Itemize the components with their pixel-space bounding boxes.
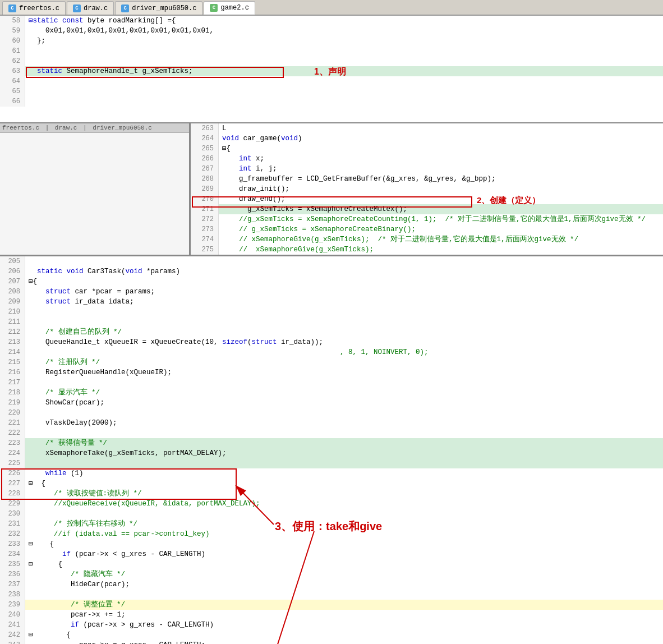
- left-pane-code: [0, 133, 189, 145]
- s3-line-231: 231 /* 控制汽车往右移动 */: [0, 519, 663, 529]
- s3-line-213: 213 QueueHandle_t xQueueIR = xQueueCreat…: [0, 337, 663, 347]
- s3-line-207: 207 ⊟{: [0, 277, 663, 287]
- tab-freertos[interactable]: C freertos.c: [2, 1, 66, 15]
- s3-line-242: 242 ⊟ {: [0, 630, 663, 640]
- s3-line-240: 240 pcar->x += 1;: [0, 610, 663, 620]
- s3-line-230: 230: [0, 509, 663, 519]
- s3-line-229: 229 //xQueueReceive(xQueueIR, &idata, po…: [0, 499, 663, 509]
- s3-line-219: 219 ShowCar(pcar);: [0, 398, 663, 408]
- s3-line-221: 221 vTaskDelay(2000);: [0, 418, 663, 428]
- tab-icon-game2: C: [210, 4, 218, 12]
- s3-line-223: 223 /* 获得信号量 */: [0, 438, 663, 448]
- code-line-266: 266 int x;: [191, 154, 663, 164]
- s3-line-224: 224 xSemaphoreTake(g_xSemTicks, portMAX_…: [0, 448, 663, 458]
- code-line-273: 273 // g_xSemTicks = xSemaphoreCreateBin…: [191, 224, 663, 234]
- section-bottom: 205 206 static void Car3Task(void *param…: [0, 255, 663, 644]
- tab-icon-draw: C: [73, 4, 81, 12]
- code-line-61: 61: [0, 46, 663, 56]
- left-pane: freertos.c | draw.c | driver_mpu6050.c: [0, 123, 191, 255]
- s3-line-233: 233 ⊟ {: [0, 539, 663, 549]
- code-line-270: 270 draw_end();: [191, 194, 663, 204]
- tab-game2[interactable]: C game2.c: [204, 1, 255, 15]
- s3-line-239: 239 /* 调整位置 */: [0, 600, 663, 610]
- left-pane-tab-freertos: freertos.c: [2, 125, 39, 131]
- code-line-275: 275 // xSemaphoreGive(g_xSemTicks);: [191, 245, 663, 255]
- tab-driver[interactable]: C driver_mpu6050.c: [115, 1, 202, 15]
- section-split: freertos.c | draw.c | driver_mpu6050.c 2…: [0, 122, 663, 255]
- s3-line-214: 214 , 8, 1, NOINVERT, 0);: [0, 347, 663, 357]
- s3-line-227: 227 ⊟ {: [0, 479, 663, 489]
- s3-line-211: 211: [0, 317, 663, 327]
- left-pane-header: freertos.c | draw.c | driver_mpu6050.c: [0, 123, 189, 133]
- code-line-274: 274 // xSemaphoreGive(g_xSemTicks); /* 对…: [191, 234, 663, 245]
- s3-line-210: 210: [0, 307, 663, 317]
- left-pane-separator2: |: [83, 125, 87, 131]
- tab-label-freertos: freertos.c: [19, 4, 59, 12]
- annotation-1: 1、声明: [314, 66, 346, 78]
- s3-line-216: 216 RegisterQueueHandle(xQueueIR);: [0, 367, 663, 378]
- s3-line-220: 220: [0, 408, 663, 418]
- s3-line-215: 215 /* 注册队列 */: [0, 357, 663, 367]
- code-line-265: 265 ⊟{: [191, 144, 663, 154]
- s3-line-205: 205: [0, 256, 663, 266]
- code-editor: 58 ⊟static const byte roadMarking[] ={ 5…: [0, 16, 663, 644]
- code-line-263: 263 L: [191, 123, 663, 134]
- code-line-267: 267 int i, j;: [191, 164, 663, 174]
- annotation-2: 2、创建（定义）: [477, 195, 540, 206]
- code-line-269: 269 draw_init();: [191, 184, 663, 194]
- section2-code: 263 L 264 void car_game(void) 265 ⊟{ 266…: [191, 123, 663, 255]
- s3-line-232: 232 //if (idata.val == pcar->control_key…: [0, 529, 663, 539]
- code-line-268: 268 g_framebuffer = LCD_GetFrameBuffer(&…: [191, 174, 663, 184]
- left-pane-tab-draw: draw.c: [55, 125, 77, 131]
- s3-line-209: 209 struct ir_data idata;: [0, 297, 663, 307]
- s3-line-236: 236 /* 隐藏汽车 */: [0, 569, 663, 579]
- tab-bar: C freertos.c C draw.c C driver_mpu6050.c…: [0, 0, 663, 16]
- left-pane-tab-driver: driver_mpu6050.c: [93, 125, 152, 131]
- s3-line-228: 228 /* 读取按键值:读队列 */: [0, 489, 663, 499]
- s3-line-217: 217: [0, 378, 663, 388]
- right-pane: 263 L 264 void car_game(void) 265 ⊟{ 266…: [191, 123, 663, 255]
- code-line-59: 59 0x01,0x01,0x01,0x01,0x01,0x01,0x01,0x…: [0, 26, 663, 36]
- code-line-62: 62: [0, 56, 663, 66]
- s3-line-237: 237 HideCar(pcar);: [0, 579, 663, 590]
- section-top: 58 ⊟static const byte roadMarking[] ={ 5…: [0, 16, 663, 122]
- s3-line-222: 222: [0, 428, 663, 438]
- code-line-272: 272 //g_xSemTicks = xSemaphoreCreateCoun…: [191, 214, 663, 224]
- left-pane-separator: |: [45, 125, 49, 131]
- tab-icon-driver: C: [121, 4, 129, 12]
- s3-line-234: 234 if (pcar->x < g_xres - CAR_LENGTH): [0, 549, 663, 559]
- s3-line-238: 238: [0, 590, 663, 600]
- code-line-264: 264 void car_game(void): [191, 134, 663, 144]
- s3-line-212: 212 /* 创建自己的队列 */: [0, 327, 663, 337]
- s3-line-241: 241 if (pcar->x > g_xres - CAR_LENGTH): [0, 620, 663, 630]
- code-line-66: 66: [0, 96, 663, 107]
- code-line-58: 58 ⊟static const byte roadMarking[] ={: [0, 16, 663, 26]
- s3-line-225: 225: [0, 458, 663, 468]
- s3-line-206: 206 static void Car3Task(void *params): [0, 266, 663, 277]
- tab-label-draw: draw.c: [84, 4, 108, 12]
- s3-line-235: 235 ⊟ {: [0, 559, 663, 569]
- code-line-271: 271 g_xSemTicks = xSemaphoreCreateMutex(…: [191, 204, 663, 214]
- s3-line-218: 218 /* 显示汽车 */: [0, 388, 663, 398]
- s3-line-208: 208 struct car *pcar = params;: [0, 287, 663, 297]
- tab-icon-freertos: C: [8, 4, 16, 12]
- code-line-65: 65: [0, 86, 663, 96]
- tab-draw[interactable]: C draw.c: [67, 1, 114, 15]
- section3-code: 205 206 static void Car3Task(void *param…: [0, 256, 663, 644]
- tab-label-driver: driver_mpu6050.c: [132, 4, 196, 12]
- s3-line-226: 226 while (1): [0, 468, 663, 479]
- s3-line-243: 243 pcar->x = g_xres - CAR_LENGTH;: [0, 640, 663, 644]
- app-window: C freertos.c C draw.c C driver_mpu6050.c…: [0, 0, 663, 644]
- code-line-60: 60 };: [0, 36, 663, 46]
- tab-label-game2: game2.c: [220, 4, 248, 12]
